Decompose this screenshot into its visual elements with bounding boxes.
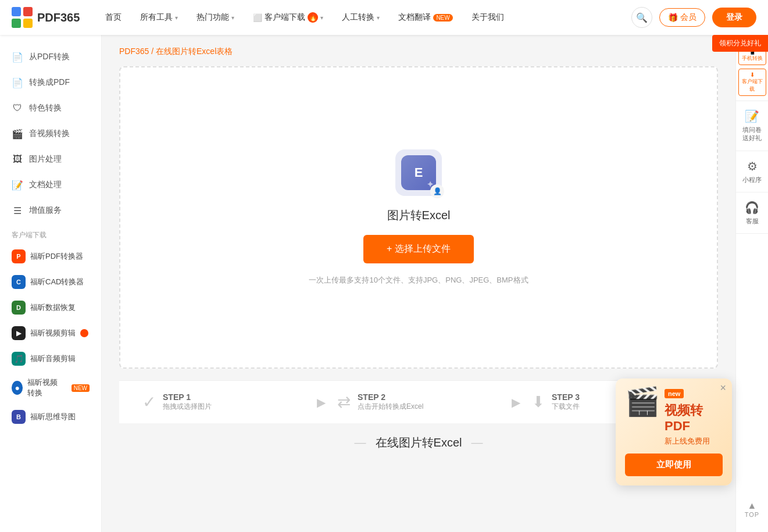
top-label: TOP: [745, 511, 759, 518]
nav-tools[interactable]: 所有工具▾: [132, 9, 186, 26]
breadcrumb-home[interactable]: PDF365: [119, 47, 149, 56]
new-badge: NEW: [433, 14, 452, 22]
popup-ad: × 🎬 new 视频转PDF 新上线免费用 立即使用: [616, 379, 732, 485]
step-3-title: STEP 3: [552, 392, 580, 402]
right-survey-button[interactable]: 📝 填问卷送好礼: [736, 101, 768, 151]
arrow-icon: ▾: [231, 15, 234, 21]
vip-button[interactable]: 🎁 🎁 会员 会员: [659, 8, 705, 27]
login-button[interactable]: 登录: [712, 8, 756, 27]
step-1: ✓ STEP 1 拖拽或选择图片: [142, 392, 305, 412]
popup-cta-button[interactable]: 立即使用: [625, 454, 723, 476]
step-1-desc: 拖拽或选择图片: [163, 402, 212, 412]
section-title-text: 在线图片转Excel: [376, 435, 462, 451]
sidebar-foxmind[interactable]: B 福昕思维导图: [2, 404, 99, 430]
client-icon: ⬇: [741, 72, 763, 78]
arrow-icon: ▾: [320, 15, 323, 21]
svg-rect-3: [23, 19, 33, 28]
survey-icon: 📝: [745, 109, 759, 123]
sidebar-item-document[interactable]: 📝 文档处理: [0, 172, 101, 198]
client-download-button[interactable]: ⬇ 客户端下载: [738, 69, 766, 96]
sidebar-item-from-pdf[interactable]: 📄 从PDF转换: [0, 44, 101, 70]
hot-badge: 🔥: [308, 12, 318, 23]
header: PDF365 首页 所有工具▾ 热门功能▾ ⬜ 客户端下载 🔥 ▾ 人工转换▾ …: [0, 0, 768, 35]
person-icon: 👤: [430, 184, 444, 198]
upload-title: 图片转Excel: [387, 208, 451, 223]
main-nav: 首页 所有工具▾ 热门功能▾ ⬜ 客户端下载 🔥 ▾ 人工转换▾ 文档翻译 NE…: [97, 9, 631, 26]
logo-text: PDF365: [37, 11, 80, 24]
right-miniapp-button[interactable]: ⚙ 小程序: [736, 151, 768, 192]
popup-content: 🎬 new 视频转PDF 新上线免费用: [625, 388, 723, 454]
popup-video-icon: 🎬: [625, 388, 660, 416]
sidebar: 📄 从PDF转换 📄 转换成PDF 🛡 特色转换 🎬 音视频转换 🖼 图片处理 …: [0, 35, 102, 532]
foxaudio-icon: 🎵: [12, 352, 26, 366]
right-sidebar: 📱 手机转换 ⬇ 客户端下载 📝 填问卷送好礼 ⚙ 小程序 🎧 客服 ▲ TOP: [735, 35, 768, 532]
foxpdf-icon: P: [12, 249, 26, 263]
sidebar-foxaudio[interactable]: 🎵 福昕音频剪辑: [2, 346, 99, 372]
download-icon: ⬇: [532, 393, 545, 411]
sidebar-foxcad[interactable]: C 福昕CAD转换器: [2, 269, 99, 295]
step-arrow-1: ▶: [305, 395, 337, 409]
sidebar-item-to-pdf[interactable]: 📄 转换成PDF: [0, 70, 101, 95]
upload-icon-wrap: E ✦ 👤: [395, 149, 442, 196]
breadcrumb-sep: /: [151, 47, 156, 56]
arrow-icon: ▾: [377, 15, 380, 21]
step-2-desc: 点击开始转换成Excel: [358, 402, 423, 412]
sidebar-foxvideo[interactable]: ▶ 福昕视频剪辑: [2, 320, 99, 346]
header-right: 🔍 🎁 🎁 会员 会员 登录: [631, 7, 756, 28]
svg-rect-1: [23, 7, 33, 16]
popup-subtitle: 新上线免费用: [665, 436, 723, 447]
sidebar-item-special[interactable]: 🛡 特色转换: [0, 95, 101, 121]
popup-close-button[interactable]: ×: [720, 382, 726, 394]
search-button[interactable]: 🔍: [631, 7, 652, 28]
nav-translate[interactable]: 文档翻译 NEW: [390, 9, 460, 26]
step-arrow-2: ▶: [500, 395, 532, 409]
video-icon: 🎬: [12, 128, 23, 140]
step-1-content: STEP 1 拖拽或选择图片: [163, 392, 212, 412]
popup-title: 视频转PDF: [665, 403, 723, 434]
sidebar-item-vip[interactable]: ☰ 增值服务: [0, 198, 101, 223]
nav-home[interactable]: 首页: [97, 9, 130, 26]
right-service-button[interactable]: 🎧 客服: [736, 192, 768, 234]
vip-service-icon: ☰: [12, 205, 23, 216]
gift-coupon-button[interactable]: 领积分兑好礼: [712, 35, 768, 52]
top-arrow-icon: ▲: [748, 501, 757, 511]
step-2: ⇄ STEP 2 点击开始转换成Excel: [337, 392, 500, 412]
nav-manual[interactable]: 人工转换▾: [334, 9, 388, 26]
excel-icon: E ✦: [401, 155, 436, 190]
logo[interactable]: PDF365: [12, 7, 80, 28]
foxmind-icon: B: [12, 410, 26, 424]
service-icon: 🎧: [745, 201, 759, 215]
sidebar-item-image[interactable]: 🖼 图片处理: [0, 147, 101, 172]
nav-about[interactable]: 关于我们: [463, 9, 512, 26]
survey-label: 填问卷送好礼: [742, 126, 762, 142]
foxdata-icon: D: [12, 301, 26, 315]
sidebar-item-video[interactable]: 🎬 音视频转换: [0, 121, 101, 147]
popup-new-badge: new: [665, 389, 684, 398]
breadcrumb: PDF365 / 在线图片转Excel表格: [119, 47, 718, 57]
step-3-content: STEP 3 下载文件: [552, 392, 580, 412]
popup-text: new 视频转PDF 新上线免费用: [665, 388, 723, 454]
download-section-label: 客户端下载: [0, 223, 101, 244]
upload-area: E ✦ 👤 图片转Excel + 选择上传文件 一次上传最多支持10个文件、支持…: [119, 66, 718, 369]
upload-button[interactable]: + 选择上传文件: [363, 235, 474, 263]
back-to-top-button[interactable]: ▲ TOP: [741, 492, 763, 526]
nav-download[interactable]: ⬜ 客户端下载 🔥 ▾: [245, 9, 331, 26]
foxvideo-icon: ▶: [12, 326, 26, 340]
nav-features[interactable]: 热门功能▾: [188, 9, 242, 26]
sidebar-foxdata[interactable]: D 福昕数据恢复: [2, 295, 99, 320]
svg-rect-0: [12, 7, 21, 16]
miniapp-icon: ⚙: [747, 159, 758, 173]
step-1-title: STEP 1: [163, 392, 212, 402]
foxcad-icon: C: [12, 275, 26, 289]
new-label: NEW: [72, 384, 90, 392]
step-3-desc: 下载文件: [552, 402, 580, 412]
sidebar-foxpdf[interactable]: P 福昕PDF转换器: [2, 244, 99, 269]
from-pdf-icon: 📄: [12, 51, 23, 63]
upload-hint: 一次上传最多支持10个文件、支持JPG、PNG、JPEG、BMP格式: [309, 275, 528, 285]
step-2-content: STEP 2 点击开始转换成Excel: [358, 392, 423, 412]
to-pdf-icon: 📄: [12, 77, 23, 88]
sidebar-foxconvert[interactable]: ● 福昕视频转换 NEW: [2, 372, 99, 404]
foxconvert-icon: ●: [12, 381, 23, 395]
image-icon: 🖼: [12, 153, 23, 165]
special-icon: 🛡: [12, 102, 23, 114]
